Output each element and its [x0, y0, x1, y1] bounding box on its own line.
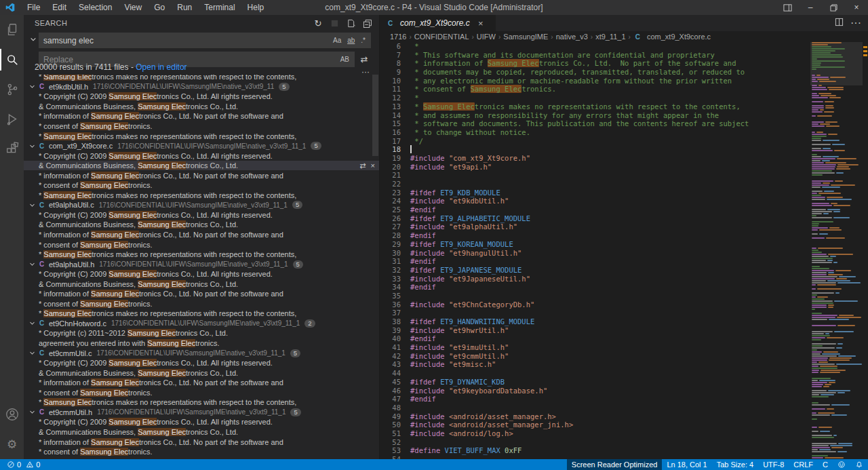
result-match-row[interactable]: * Copyright (C) 2009 Samsung Electronics… [24, 269, 379, 279]
result-match-row[interactable]: * information of Samsung Electronics Co.… [24, 111, 379, 121]
tab-com-xt9-xt9core[interactable]: C com_xt9_Xt9core.c × [380, 15, 496, 31]
menu-edit[interactable]: Edit [46, 0, 73, 15]
refresh-icon[interactable]: ↻ [313, 18, 323, 28]
editor-more-actions-icon[interactable]: ··· [850, 17, 861, 29]
result-file-row[interactable]: Cet9cmmUtil.c1716\CONFIDENTIAL\UIFW\Sams… [24, 348, 379, 358]
chevron-down-icon[interactable] [26, 143, 37, 149]
result-match-row[interactable]: * Copyright (C) 2009 Samsung Electronics… [24, 210, 379, 220]
result-match-row[interactable]: & Communications Business, Samsung Elect… [24, 161, 379, 171]
chevron-down-icon[interactable] [26, 320, 37, 326]
replace-all-icon[interactable]: ⇄ [357, 53, 371, 66]
clear-search-results-icon[interactable] [329, 18, 340, 28]
collapse-all-icon[interactable] [361, 18, 372, 28]
code-editor[interactable]: 6 *7 * This software and its documentati… [380, 42, 810, 459]
run-debug-icon[interactable] [0, 104, 24, 134]
result-match-row[interactable]: & Communications Business, Samsung Elect… [24, 102, 379, 112]
result-match-row[interactable]: * Samsung Electronics makes no represent… [24, 309, 379, 319]
menu-run[interactable]: Run [171, 0, 198, 15]
sidebar-scrollbar[interactable] [372, 75, 378, 156]
chevron-down-icon[interactable] [26, 409, 37, 415]
result-match-row[interactable]: * Copyright (C) 2009 Samsung Electronics… [24, 358, 379, 368]
regex-icon[interactable]: .* [359, 36, 368, 45]
result-match-row[interactable]: & Communications Business, Samsung Elect… [24, 368, 379, 378]
result-match-row[interactable]: * consent of Samsung Electronics. [24, 180, 379, 191]
result-match-row[interactable]: * information of Samsung Electronics Co.… [24, 378, 379, 388]
problems-status[interactable]: 00 [0, 461, 41, 469]
status-screen-reader-optimized[interactable]: Screen Reader Optimized [567, 459, 663, 470]
breadcrumb-item[interactable]: SamsungIME [503, 33, 548, 41]
settings-gear-icon[interactable]: ⚙ [0, 429, 24, 459]
status-c[interactable]: C [818, 459, 833, 470]
result-match-row[interactable]: * Samsung Electronics makes no represent… [24, 191, 379, 201]
split-editor-icon[interactable] [835, 17, 844, 29]
result-match-row[interactable]: & Communications Business, Samsung Elect… [24, 279, 379, 289]
result-match-row[interactable]: * information of Samsung Electronics Co.… [24, 437, 379, 447]
whole-word-icon[interactable]: ab [345, 36, 357, 45]
explorer-icon[interactable] [0, 15, 24, 45]
status-crlf[interactable]: CRLF [789, 459, 818, 470]
result-match-row[interactable]: * Samsung Electronics makes no represent… [24, 397, 379, 408]
result-file-row[interactable]: Cet9ChnHotword.c1716\CONFIDENTIAL\UIFW\S… [24, 319, 379, 329]
source-control-icon[interactable] [0, 75, 24, 104]
result-match-row[interactable]: * consent of Samsung Electronics. [24, 239, 379, 250]
result-match-row[interactable]: * information of Samsung Electronics Co.… [24, 230, 379, 240]
result-match-row[interactable]: * Copyright (C) 2009 Samsung Electronics… [24, 151, 379, 161]
search-icon[interactable] [0, 45, 24, 75]
chevron-down-icon[interactable] [26, 350, 37, 356]
chevron-down-icon[interactable] [26, 261, 37, 267]
open-in-editor-link[interactable]: Open in editor [136, 62, 186, 72]
result-match-row[interactable]: agreement you entered into with Samsung … [24, 338, 379, 349]
status-ln-18-col-1[interactable]: Ln 18, Col 1 [662, 459, 711, 470]
result-match-row[interactable]: * consent of Samsung Electronics. [24, 447, 379, 457]
minimap[interactable] [810, 42, 863, 459]
menu-terminal[interactable]: Terminal [198, 0, 241, 15]
minimize-button[interactable]: – [799, 0, 822, 15]
replace-match-icon[interactable]: ⇄ [359, 161, 366, 170]
chevron-down-icon[interactable] [26, 83, 37, 90]
chevron-down-icon[interactable] [26, 202, 37, 208]
result-file-row[interactable]: Cet9kdbUtil.h1716\CONFIDENTIAL\UIFW\Sams… [24, 82, 379, 92]
dismiss-match-icon[interactable]: × [371, 161, 375, 170]
preserve-case-icon[interactable]: AB [338, 55, 351, 64]
menu-view[interactable]: View [118, 0, 148, 15]
extensions-icon[interactable] [0, 134, 24, 164]
result-match-row[interactable]: * consent of Samsung Electronics. [24, 299, 379, 309]
result-file-row[interactable]: Cet9cmmUtil.h1716\CONFIDENTIAL\UIFW\Sams… [24, 408, 379, 418]
open-new-search-editor-icon[interactable] [345, 18, 356, 28]
warning-status[interactable]: 0 [24, 461, 41, 469]
menu-file[interactable]: File [21, 0, 46, 15]
layout-toggle-icon[interactable] [776, 0, 799, 15]
result-match-row[interactable]: * Copyright (C) 2009 Samsung Electronics… [24, 92, 379, 102]
result-match-row[interactable]: * Samsung Electronics makes no represent… [24, 75, 379, 82]
result-match-row[interactable]: * consent of Samsung Electronics. [24, 388, 379, 398]
status-tab-size-4[interactable]: Tab Size: 4 [712, 459, 758, 470]
breadcrumb-item[interactable]: xt9_11_1 [595, 33, 625, 41]
breadcrumb-item[interactable]: native_v3 [556, 33, 588, 41]
result-match-row[interactable]: * Samsung Electronics makes no represent… [24, 131, 379, 141]
result-match-row[interactable]: * Samsung Electronics makes no represent… [24, 250, 379, 260]
result-file-row[interactable]: Ccom_xt9_Xt9core.c1716\CONFIDENTIAL\UIFW… [24, 141, 379, 151]
breadcrumb-item[interactable]: com_xt9_Xt9core.c [647, 33, 711, 41]
breadcrumb-item[interactable]: 1716 [390, 33, 406, 41]
feedback-icon[interactable] [833, 459, 850, 470]
result-match-row[interactable]: * information of Samsung Electronics Co.… [24, 289, 379, 299]
result-match-row[interactable]: * Copyright (c) 2011~2012 Samsung Electr… [24, 328, 379, 338]
breadcrumb-item[interactable]: CONFIDENTIAL [414, 33, 469, 41]
tab-close-icon[interactable]: × [475, 18, 486, 28]
menu-help[interactable]: Help [241, 0, 271, 15]
result-file-row[interactable]: Cet9alphaUtil.h1716\CONFIDENTIAL\UIFW\Sa… [24, 259, 379, 269]
menu-go[interactable]: Go [148, 0, 171, 15]
overview-ruler[interactable] [863, 42, 868, 459]
result-match-row[interactable]: & Communications Business, Samsung Elect… [24, 427, 379, 437]
result-match-row[interactable]: * consent of Samsung Electronics. [24, 121, 379, 132]
restore-button[interactable] [822, 0, 845, 15]
result-match-row[interactable]: * information of Samsung Electronics Co.… [24, 170, 379, 180]
result-match-row[interactable]: & Communications Business, Samsung Elect… [24, 220, 379, 230]
bell-icon[interactable] [850, 459, 868, 470]
match-case-icon[interactable]: Aa [331, 36, 343, 45]
error-status[interactable]: 0 [5, 461, 22, 469]
breadcrumb-item[interactable]: UIFW [477, 33, 496, 41]
result-file-row[interactable]: Cet9alphaUtil.c1716\CONFIDENTIAL\UIFW\Sa… [24, 200, 379, 210]
search-input[interactable] [43, 36, 329, 45]
account-icon[interactable] [0, 399, 24, 429]
